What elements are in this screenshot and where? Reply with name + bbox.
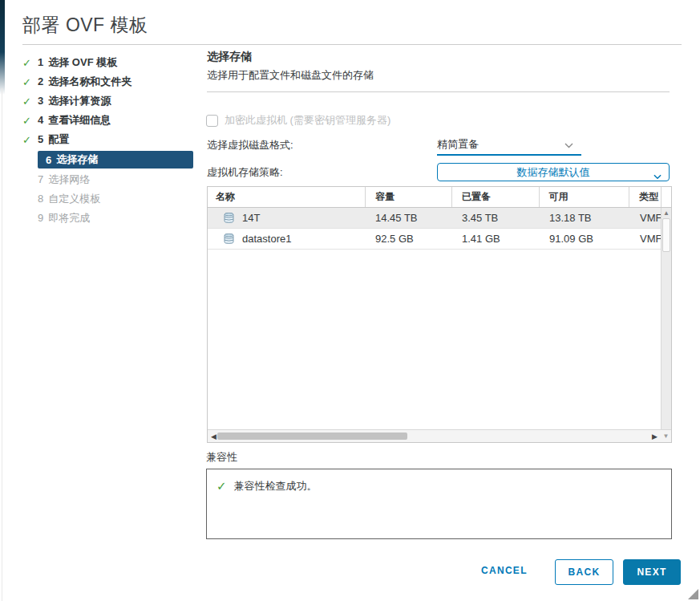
datastore-capacity: 92.5 GB [366, 233, 452, 245]
deploy-ovf-template-dialog: 部署 OVF 模板 ✓ 1选择 OVF 模板 ✓ 2选择名称和文件夹 ✓ 3选择… [0, 0, 700, 601]
column-header-capacity[interactable]: 容量 [365, 187, 451, 207]
encrypt-vm-row: 加密此虚拟机 (需要密钥管理服务器) [206, 113, 390, 128]
step-label: 查看详细信息 [48, 114, 111, 126]
storage-policy-value: 数据存储默认值 [438, 165, 669, 180]
step-number: 7 [38, 173, 43, 185]
active-step-pill[interactable]: 6 选择存储 [38, 151, 193, 169]
datastore-capacity: 14.45 TB [366, 212, 452, 224]
step-complete-check-icon: ✓ [22, 115, 38, 127]
step-number: 5 [38, 133, 43, 145]
cancel-button[interactable]: CANCEL [481, 565, 528, 576]
vertical-scrollbar-thumb[interactable] [662, 218, 670, 252]
next-button[interactable]: NEXT [623, 559, 681, 585]
datastore-type: VMFS [630, 233, 662, 245]
step-item-2[interactable]: ✓ 2选择名称和文件夹 [22, 72, 193, 91]
step-item-6-active[interactable]: 6 选择存储 [22, 149, 193, 170]
step-label: 自定义模板 [48, 193, 100, 205]
datastore-name: datastore1 [242, 233, 291, 245]
datastore-free: 13.18 TB [540, 212, 630, 224]
datastore-icon [223, 212, 235, 224]
column-header-free[interactable]: 可用 [539, 187, 629, 207]
dialog-title: 部署 OVF 模板 [22, 13, 148, 38]
table-header-row: 名称 容量 已置备 可用 类型 [208, 187, 671, 208]
datastore-provisioned: 1.41 GB [452, 233, 540, 245]
datastore-table: 名称 容量 已置备 可用 类型 14T 14.45 TB 3.45 TB 13 [207, 186, 672, 443]
datastore-icon [223, 233, 235, 245]
compatibility-message: 兼容性检查成功。 [234, 479, 318, 493]
background-app-edge [0, 0, 5, 95]
step-number: 1 [38, 56, 43, 68]
step-number: 9 [38, 212, 43, 224]
step-number: 8 [38, 193, 43, 205]
step-item-4[interactable]: ✓ 4查看详细信息 [22, 111, 193, 130]
step-item-8: 8自定义模板 [22, 189, 193, 209]
datastore-free: 91.09 GB [540, 233, 630, 245]
page-subtitle: 选择用于配置文件和磁盘文件的存储 [207, 68, 374, 83]
datastore-name: 14T [242, 212, 260, 224]
storage-policy-label: 虚拟机存储策略: [207, 165, 283, 180]
column-header-type[interactable]: 类型 [629, 187, 661, 207]
step-item-5[interactable]: ✓ 5配置 [22, 130, 193, 149]
disk-format-label: 选择虚拟磁盘格式: [207, 138, 293, 152]
step-number: 3 [38, 95, 43, 107]
step-label: 选择名称和文件夹 [48, 75, 132, 87]
step-label: 选择计算资源 [48, 95, 111, 107]
compatibility-label: 兼容性 [206, 450, 237, 465]
column-header-name[interactable]: 名称 [208, 187, 365, 207]
dialog-resize-handle[interactable] [688, 589, 698, 599]
step-item-7: 7选择网络 [22, 170, 193, 189]
step-number: 6 [46, 154, 51, 166]
step-item-1[interactable]: ✓ 1选择 OVF 模板 [22, 53, 193, 72]
wizard-steps: ✓ 1选择 OVF 模板 ✓ 2选择名称和文件夹 ✓ 3选择计算资源 ✓ 4查看… [22, 53, 193, 228]
dialog-left-edge [2, 88, 2, 601]
step-label: 配置 [48, 133, 69, 145]
horizontal-scrollbar[interactable]: ◀ ▶ [208, 429, 661, 442]
step-complete-check-icon: ✓ [22, 134, 38, 146]
disk-format-value: 精简置备 [437, 137, 479, 152]
datastore-provisioned: 3.45 TB [452, 212, 540, 224]
step-complete-check-icon: ✓ [22, 95, 38, 108]
step-number: 4 [38, 114, 43, 126]
step-label: 选择 OVF 模板 [48, 56, 117, 68]
step-complete-check-icon: ✓ [22, 76, 38, 88]
encrypt-vm-checkbox [206, 115, 218, 127]
step-complete-check-icon: ✓ [22, 57, 38, 69]
vertical-scrollbar[interactable]: ▲ [661, 208, 671, 429]
title-divider [22, 44, 682, 45]
header-scrollbar-spacer [661, 187, 671, 207]
page-title: 选择存储 [207, 50, 252, 64]
step-label: 即将完成 [48, 212, 90, 224]
datastore-type: VMFS [630, 212, 662, 224]
scroll-left-icon[interactable]: ◀ [211, 431, 216, 442]
step-item-9: 9即将完成 [22, 209, 193, 228]
step-item-3[interactable]: ✓ 3选择计算资源 [22, 91, 193, 111]
disk-format-select[interactable]: 精简置备 [437, 135, 581, 156]
success-check-icon: ✓ [216, 479, 227, 493]
content-divider [207, 91, 670, 92]
step-label: 选择网络 [48, 173, 90, 185]
compatibility-box: ✓ 兼容性检查成功。 [206, 469, 672, 539]
step-label: 选择存储 [56, 152, 98, 167]
step-number: 2 [38, 75, 43, 87]
back-button[interactable]: BACK [555, 559, 613, 585]
scroll-down-icon[interactable]: ▼ [661, 429, 671, 442]
chevron-down-icon [564, 139, 573, 151]
table-row-datastore-14T[interactable]: 14T 14.45 TB 3.45 TB 13.18 TB VMFS [208, 208, 662, 229]
scroll-right-icon[interactable]: ▶ [652, 431, 658, 442]
table-row-datastore1[interactable]: datastore1 92.5 GB 1.41 GB 91.09 GB VMFS [208, 229, 662, 250]
storage-policy-select[interactable]: 数据存储默认值 [437, 163, 670, 181]
scroll-up-icon[interactable]: ▲ [662, 209, 671, 218]
horizontal-scrollbar-thumb[interactable] [217, 432, 407, 440]
chevron-down-icon [653, 170, 662, 182]
column-header-provisioned[interactable]: 已置备 [451, 187, 539, 207]
encrypt-vm-label: 加密此虚拟机 (需要密钥管理服务器) [225, 113, 390, 128]
